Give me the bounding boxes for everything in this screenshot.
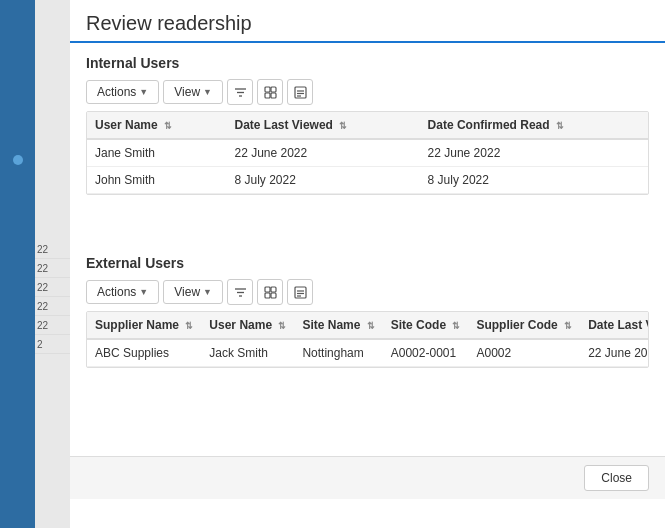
- svg-rect-17: [271, 293, 276, 298]
- external-table-header-row: Supplier Name ⇅ User Name ⇅ Site Name ⇅ …: [87, 312, 649, 339]
- left-data-row: 22: [35, 259, 70, 278]
- svg-rect-15: [271, 287, 276, 292]
- sort-icon: ⇅: [339, 121, 347, 131]
- svg-rect-5: [265, 93, 270, 98]
- actions-arrow-icon: ▼: [139, 87, 148, 97]
- bottom-spacer: [70, 376, 665, 436]
- cell-site-code: A0002-0001: [383, 339, 469, 367]
- col-supplier-code: Supplier Code ⇅: [468, 312, 580, 339]
- view-arrow-icon: ▼: [203, 87, 212, 97]
- sort-icon: ⇅: [367, 321, 375, 331]
- bottom-bar: Close: [70, 456, 665, 499]
- internal-actions-button[interactable]: Actions ▼: [86, 80, 159, 104]
- external-users-table-container: Supplier Name ⇅ User Name ⇅ Site Name ⇅ …: [86, 311, 649, 368]
- internal-users-title: Internal Users: [86, 55, 649, 71]
- external-view-button[interactable]: View ▼: [163, 280, 223, 304]
- export-icon[interactable]: [287, 79, 313, 105]
- cell-supplier-name: ABC Supplies: [87, 339, 201, 367]
- cell-site-name: Nottingham: [294, 339, 382, 367]
- cell-date-last-viewed: 8 July 2022: [226, 167, 419, 194]
- svg-rect-4: [271, 87, 276, 92]
- filter-icon[interactable]: [227, 279, 253, 305]
- close-button[interactable]: Close: [584, 465, 649, 491]
- spacer: [70, 203, 665, 243]
- svg-rect-6: [271, 93, 276, 98]
- sort-icon: ⇅: [185, 321, 193, 331]
- external-users-table: Supplier Name ⇅ User Name ⇅ Site Name ⇅ …: [87, 312, 649, 367]
- col-supplier-name: Supplier Name ⇅: [87, 312, 201, 339]
- main-content: Review readership Internal Users Actions…: [70, 0, 665, 528]
- svg-rect-3: [265, 87, 270, 92]
- internal-users-table-container: User Name ⇅ Date Last Viewed ⇅ Date Conf…: [86, 111, 649, 195]
- svg-rect-16: [265, 293, 270, 298]
- sort-icon: ⇅: [278, 321, 286, 331]
- col-site-name: Site Name ⇅: [294, 312, 382, 339]
- sort-icon: ⇅: [452, 321, 460, 331]
- col-site-code: Site Code ⇅: [383, 312, 469, 339]
- table-row: Jane Smith 22 June 2022 22 June 2022: [87, 139, 648, 167]
- filter-icon[interactable]: [227, 79, 253, 105]
- sidebar-indicator: [13, 155, 23, 165]
- external-users-title: External Users: [86, 255, 649, 271]
- left-data-row: 22: [35, 297, 70, 316]
- cell-date-confirmed-read: 8 July 2022: [420, 167, 648, 194]
- external-actions-button[interactable]: Actions ▼: [86, 280, 159, 304]
- table-row: ABC Supplies Jack Smith Nottingham A0002…: [87, 339, 649, 367]
- actions-arrow-icon: ▼: [139, 287, 148, 297]
- cell-date-last-viewed: 22 June 2022: [226, 139, 419, 167]
- left-data-row: 2: [35, 335, 70, 354]
- external-users-toolbar: Actions ▼ View ▼: [86, 279, 649, 305]
- cell-date-last-viewed: 22 June 2022: [580, 339, 649, 367]
- left-data-row: 22: [35, 316, 70, 335]
- cell-user-name: Jane Smith: [87, 139, 226, 167]
- group-icon[interactable]: [257, 79, 283, 105]
- svg-rect-14: [265, 287, 270, 292]
- cell-supplier-code: A0002: [468, 339, 580, 367]
- col-user-name: User Name ⇅: [87, 112, 226, 139]
- cell-date-confirmed-read: 22 June 2022: [420, 139, 648, 167]
- internal-users-section: Internal Users Actions ▼ View ▼: [70, 43, 665, 203]
- sort-icon: ⇅: [164, 121, 172, 131]
- cell-user-name: Jack Smith: [201, 339, 294, 367]
- col-date-last-viewed: Date Last Viewed ⇅: [580, 312, 649, 339]
- internal-users-table: User Name ⇅ Date Last Viewed ⇅ Date Conf…: [87, 112, 648, 194]
- internal-table-header-row: User Name ⇅ Date Last Viewed ⇅ Date Conf…: [87, 112, 648, 139]
- export-icon[interactable]: [287, 279, 313, 305]
- left-data-column: 22 22 22 22 22 2: [35, 0, 70, 528]
- internal-view-button[interactable]: View ▼: [163, 80, 223, 104]
- left-data-row: 22: [35, 240, 70, 259]
- cell-user-name: John Smith: [87, 167, 226, 194]
- col-user-name: User Name ⇅: [201, 312, 294, 339]
- internal-users-toolbar: Actions ▼ View ▼: [86, 79, 649, 105]
- page-title: Review readership: [86, 12, 252, 35]
- col-date-confirmed-read: Date Confirmed Read ⇅: [420, 112, 648, 139]
- sidebar-blue: [0, 0, 35, 528]
- sort-icon: ⇅: [564, 321, 572, 331]
- left-data-row: 22: [35, 278, 70, 297]
- view-arrow-icon: ▼: [203, 287, 212, 297]
- sort-icon: ⇅: [556, 121, 564, 131]
- external-users-section: External Users Actions ▼ View ▼: [70, 243, 665, 376]
- table-row: John Smith 8 July 2022 8 July 2022: [87, 167, 648, 194]
- group-icon[interactable]: [257, 279, 283, 305]
- col-date-last-viewed: Date Last Viewed ⇅: [226, 112, 419, 139]
